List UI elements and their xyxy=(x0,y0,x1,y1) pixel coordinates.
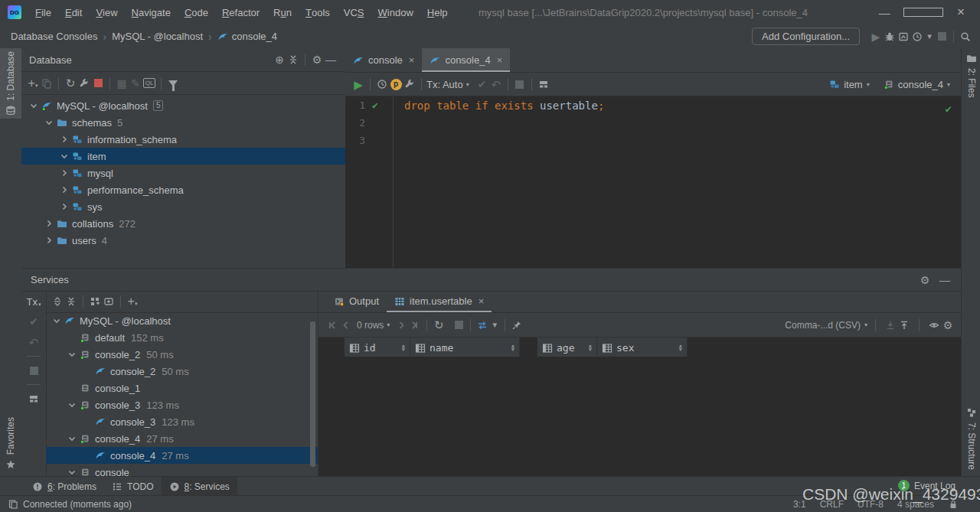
tree-row[interactable]: MySQL - @localhost5 xyxy=(21,97,345,114)
chevron-right-icon[interactable] xyxy=(58,134,70,145)
chevron-down-icon[interactable] xyxy=(51,315,63,326)
locate-icon[interactable]: ⊕ xyxy=(273,53,286,67)
collapse-all-icon[interactable] xyxy=(286,53,300,67)
tree-row[interactable]: console xyxy=(46,464,318,476)
breadcrumb-item[interactable]: console_4 xyxy=(217,31,277,42)
tree-row[interactable]: default152 ms xyxy=(46,329,318,346)
group-by-icon[interactable] xyxy=(88,295,102,308)
tree-row[interactable]: mysql xyxy=(21,165,345,181)
run-history-icon[interactable] xyxy=(910,30,924,44)
menu-item-edit[interactable]: Edit xyxy=(58,0,89,24)
pin-icon[interactable] xyxy=(510,318,524,332)
output-tab-output[interactable]: Output xyxy=(326,290,387,312)
scrollbar-thumb[interactable] xyxy=(310,321,315,467)
close-icon[interactable]: × xyxy=(409,54,415,66)
toolwindow-tab-todo[interactable]: TODO xyxy=(104,477,161,496)
code-line[interactable] xyxy=(394,132,961,149)
expand-all-icon[interactable] xyxy=(51,295,64,308)
chevron-down-icon[interactable] xyxy=(58,151,70,161)
output-console-icon[interactable] xyxy=(537,77,550,91)
sort-arrows-icon[interactable]: ▲▼ xyxy=(511,344,514,352)
datasource-properties-icon[interactable] xyxy=(77,77,91,90)
column-header-name[interactable]: name▲▼ xyxy=(410,338,520,358)
tree-row[interactable]: schemas5 xyxy=(21,114,345,131)
toolwindow-tab-6-problems[interactable]: 6: Problems xyxy=(24,477,104,496)
sidebar-item-structure[interactable]: 7: Structure xyxy=(962,407,980,470)
close-icon[interactable]: × xyxy=(479,295,485,307)
execute-icon[interactable]: ▶ xyxy=(351,77,365,91)
chevron-down-icon[interactable] xyxy=(66,399,78,410)
tree-row[interactable]: console_1 xyxy=(46,380,318,396)
stop-red-icon[interactable] xyxy=(91,77,105,90)
code-line[interactable] xyxy=(394,114,961,132)
breadcrumb-item[interactable]: MySQL - @localhost xyxy=(112,31,203,42)
close-icon[interactable]: × xyxy=(497,54,503,66)
schema-switcher[interactable]: item▾ xyxy=(829,79,870,90)
maximize-icon[interactable] xyxy=(903,6,942,19)
chevron-down-icon[interactable] xyxy=(66,467,78,476)
editor-tab-console_4[interactable]: console_4× xyxy=(422,48,510,72)
menu-item-view[interactable]: View xyxy=(89,0,124,24)
tree-row[interactable]: MySQL - @localhost xyxy=(46,312,318,329)
chevron-right-icon[interactable] xyxy=(58,168,70,178)
add-configuration-button[interactable]: Add Configuration... xyxy=(752,28,860,45)
copy-reference-icon[interactable] xyxy=(6,497,20,511)
export-format-dropdown[interactable]: Comma-...d (CSV)▾ xyxy=(785,320,867,331)
hide-panel-icon[interactable]: — xyxy=(938,273,952,287)
sort-arrows-icon[interactable]: ▲▼ xyxy=(402,344,405,352)
sidebar-item-database[interactable]: 1: Database xyxy=(0,48,21,119)
tree-row[interactable]: console_427 ms xyxy=(46,447,318,464)
rows-pager-dropdown[interactable]: 0 rows▾ xyxy=(357,320,390,331)
search-icon[interactable] xyxy=(959,30,972,44)
menu-item-tools[interactable]: Tools xyxy=(299,0,337,24)
chevron-down-icon[interactable] xyxy=(66,349,78,360)
gear-icon[interactable]: ⚙ xyxy=(310,53,324,67)
menu-item-refactor[interactable]: Refactor xyxy=(215,0,266,24)
chevron-right-icon[interactable] xyxy=(58,184,70,195)
menu-item-vcs[interactable]: VCS xyxy=(337,0,371,24)
chevron-down-icon[interactable] xyxy=(28,100,40,111)
tree-row[interactable]: performance_schema xyxy=(21,181,345,198)
gear-icon[interactable]: ⚙ xyxy=(918,273,932,287)
run-icon[interactable]: ▶ xyxy=(869,30,883,44)
chevron-right-icon[interactable] xyxy=(43,218,55,229)
layout-icon[interactable] xyxy=(27,392,41,406)
filter-funnel-icon[interactable] xyxy=(166,77,180,90)
breadcrumb-item[interactable]: Database Consoles xyxy=(11,31,97,42)
debug-bug-icon[interactable] xyxy=(883,30,897,44)
sort-arrows-icon[interactable]: ▲▼ xyxy=(589,344,592,352)
parameters-icon[interactable]: p xyxy=(389,77,403,91)
tx-toggle[interactable]: Tx▾ xyxy=(27,296,41,308)
column-header-age[interactable]: age▲▼ xyxy=(537,338,597,358)
tree-row[interactable]: collations272 xyxy=(21,215,345,232)
chevron-down-icon[interactable]: ▾ xyxy=(489,318,500,332)
toolwindow-tab-8-services[interactable]: 8: Services xyxy=(162,477,237,496)
compare-icon[interactable] xyxy=(475,318,489,332)
collapse-all-icon[interactable] xyxy=(64,295,78,308)
column-header-sex[interactable]: sex▲▼ xyxy=(597,338,688,358)
chevron-down-icon[interactable] xyxy=(43,117,55,128)
tree-row[interactable]: sys xyxy=(21,198,345,215)
menu-item-file[interactable]: File xyxy=(28,0,58,24)
upload-icon[interactable] xyxy=(897,318,911,332)
code-line[interactable]: drop table if exists usertable; xyxy=(394,96,961,114)
column-header-id[interactable]: id▲▼ xyxy=(345,338,410,358)
menu-item-window[interactable]: Window xyxy=(371,0,420,24)
tree-row[interactable]: console_3123 ms xyxy=(46,413,318,430)
tree-row[interactable]: console_250 ms xyxy=(46,346,318,363)
sidebar-item-files[interactable]: 2: Files xyxy=(962,53,980,98)
menu-item-run[interactable]: Run xyxy=(266,0,299,24)
grid-body[interactable] xyxy=(318,357,961,476)
profiler-icon[interactable] xyxy=(897,30,910,44)
chevron-right-icon[interactable] xyxy=(43,235,55,246)
wrench-icon[interactable] xyxy=(403,77,416,91)
menu-item-navigate[interactable]: Navigate xyxy=(125,0,178,24)
refresh-icon[interactable]: ↻ xyxy=(64,77,77,90)
minimize-icon[interactable]: — xyxy=(865,6,903,19)
code-editor[interactable]: 1✔23 drop table if exists usertable; ✔ xyxy=(345,96,961,269)
hide-panel-icon[interactable]: — xyxy=(324,53,338,67)
menu-item-code[interactable]: Code xyxy=(178,0,215,24)
add-service-button[interactable]: +▾ xyxy=(126,295,139,308)
chevron-right-icon[interactable] xyxy=(58,201,70,212)
tree-row[interactable]: console_427 ms xyxy=(46,430,318,447)
